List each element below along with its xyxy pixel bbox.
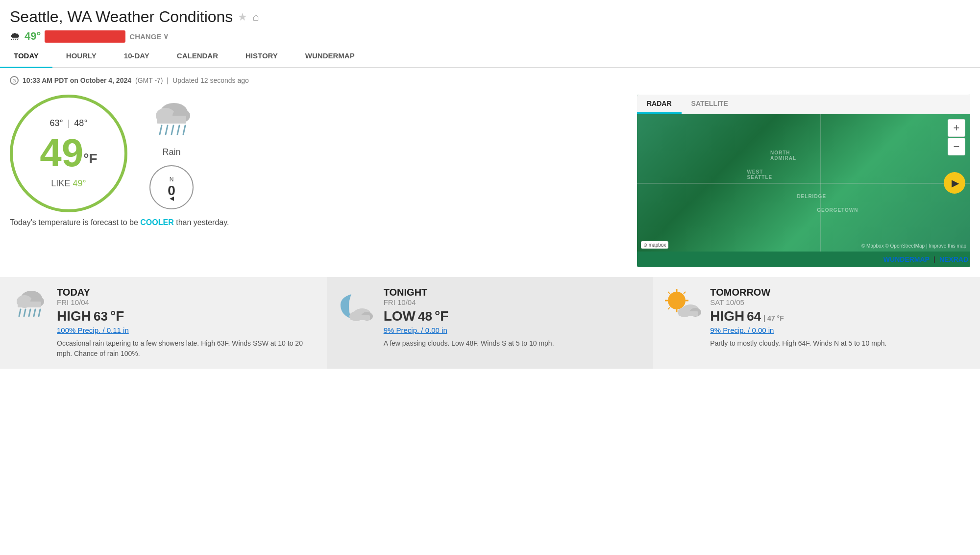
temp-circle: 63° | 48° 49°F LIKE 49° xyxy=(10,95,127,212)
card-tonight-precip[interactable]: 9% Precip. / 0.00 in xyxy=(384,326,644,334)
svg-line-14 xyxy=(24,309,25,316)
temp-low: 48° xyxy=(74,118,87,128)
svg-line-5 xyxy=(166,126,168,134)
tab-history[interactable]: HISTORY xyxy=(232,45,292,68)
header: Seattle, WA Weather Conditions ★ ⌂ 🌧 49°… xyxy=(0,0,980,43)
nav-tabs: TODAY HOURLY 10-DAY CALENDAR HISTORY WUN… xyxy=(0,45,980,68)
radar-map: NORTHADMIRAL WESTSEATTLE DELRIDGE GEORGE… xyxy=(637,114,970,252)
current-temp-value: 49 xyxy=(40,131,83,175)
tab-calendar[interactable]: CALENDAR xyxy=(163,45,232,68)
svg-line-7 xyxy=(177,126,179,134)
card-tonight-details: TONIGHT FRI 10/04 LOW 48 °F 9% Precip. /… xyxy=(384,287,644,349)
card-tomorrow: TOMORROW SAT 10/05 HIGH 64 | 47 °F 9% Pr… xyxy=(653,277,980,369)
home-icon[interactable]: ⌂ xyxy=(252,11,259,24)
star-icon[interactable]: ★ xyxy=(238,11,247,24)
svg-rect-21 xyxy=(350,315,370,320)
feels-like-value: 49° xyxy=(73,178,86,188)
nexrad-link[interactable]: NEXRAD xyxy=(939,255,968,263)
temp-divider: | xyxy=(68,118,70,128)
play-icon: ▶ xyxy=(952,177,959,189)
card-tomorrow-title: TOMORROW xyxy=(710,287,970,298)
radar-play-button[interactable]: ▶ xyxy=(944,172,965,194)
svg-line-4 xyxy=(160,126,162,134)
map-label-delridge: DELRIDGE xyxy=(797,194,826,199)
cooler-highlight: COOLER xyxy=(140,218,173,227)
radar-footer: WUNDERMAP | NEXRAD xyxy=(637,252,970,267)
separator: | xyxy=(167,76,169,84)
weather-left: 63° | 48° 49°F LIKE 49° xyxy=(10,95,627,267)
temp-circle-wrapper: 63° | 48° 49°F LIKE 49° xyxy=(10,95,127,212)
current-temp-unit: °F xyxy=(83,151,97,166)
svg-line-27 xyxy=(668,292,670,294)
card-tonight-date: FRI 10/04 xyxy=(384,298,644,306)
weather-right: RADAR SATELLITE NORTHADMIRAL WESTSEATTLE… xyxy=(637,95,970,267)
main-content: ⊙ 10:33 AM PDT on October 4, 2024 (GMT -… xyxy=(0,68,980,377)
forecast-cards: TODAY FRI 10/04 HIGH 63 °F 100% Precip. … xyxy=(0,277,980,369)
tab-radar[interactable]: RADAR xyxy=(637,95,682,114)
mapbox-logo: ⊙ mapbox xyxy=(641,241,668,249)
card-today-date: FRI 10/04 xyxy=(57,298,317,306)
mapbox-credit: © Mapbox © OpenStreetMap | Improve this … xyxy=(861,243,966,249)
wind-arrow-icon: ◂ xyxy=(170,193,174,203)
feels-like: LIKE 49° xyxy=(51,178,86,189)
current-temp-display: 49°F xyxy=(40,130,97,176)
card-tomorrow-inner: TOMORROW SAT 10/05 HIGH 64 | 47 °F 9% Pr… xyxy=(663,287,970,349)
svg-line-29 xyxy=(684,292,686,294)
location-row: 🌧 49° CHANGE ∨ xyxy=(10,30,970,43)
tab-today[interactable]: TODAY xyxy=(0,45,52,68)
map-zoom-controls: + − xyxy=(948,119,965,155)
svg-line-15 xyxy=(29,309,30,316)
zoom-out-button[interactable]: − xyxy=(948,138,965,155)
svg-rect-34 xyxy=(679,311,698,316)
card-tonight-inner: TONIGHT FRI 10/04 LOW 48 °F 9% Precip. /… xyxy=(337,287,644,349)
card-tomorrow-icon xyxy=(663,287,702,349)
card-today-temp: HIGH 63 °F xyxy=(57,308,317,324)
svg-line-16 xyxy=(34,309,35,316)
card-tonight: TONIGHT FRI 10/04 LOW 48 °F 9% Precip. /… xyxy=(327,277,654,369)
svg-rect-12 xyxy=(18,302,41,307)
tab-satellite[interactable]: SATELLITE xyxy=(682,95,738,114)
temp-high: 63° xyxy=(49,118,63,128)
forecast-text: Today's temperature is forecast to be CO… xyxy=(10,218,627,227)
weather-info: 63° | 48° 49°F LIKE 49° xyxy=(10,95,627,212)
change-location-button[interactable]: CHANGE ∨ xyxy=(129,32,169,41)
condition-label: Rain xyxy=(162,147,180,157)
wind-compass: N 0 ◂ xyxy=(149,165,194,209)
card-tonight-icon xyxy=(337,287,376,349)
card-tomorrow-desc: Partly to mostly cloudy. High 64F. Winds… xyxy=(710,338,970,349)
footer-divider: | xyxy=(933,255,935,263)
title-row: Seattle, WA Weather Conditions ★ ⌂ xyxy=(10,8,970,26)
svg-line-8 xyxy=(183,126,185,134)
wind-direction: N xyxy=(170,176,174,183)
zoom-in-button[interactable]: + xyxy=(948,119,965,137)
card-today-inner: TODAY FRI 10/04 HIGH 63 °F 100% Precip. … xyxy=(10,287,317,359)
update-row: ⊙ 10:33 AM PDT on October 4, 2024 (GMT -… xyxy=(10,76,970,85)
weather-small-icon: 🌧 xyxy=(10,30,21,43)
svg-line-17 xyxy=(39,309,40,316)
clock-icon: ⊙ xyxy=(10,76,19,85)
rain-cloud-icon xyxy=(147,98,196,139)
card-tomorrow-precip[interactable]: 9% Precip. / 0.00 in xyxy=(710,326,970,334)
tab-10day[interactable]: 10-DAY xyxy=(110,45,163,68)
tab-wundermap[interactable]: WUNDERMAP xyxy=(292,45,368,68)
card-today-icon xyxy=(10,287,49,359)
map-label-north-admiral: NORTHADMIRAL xyxy=(770,150,796,161)
radar-container: RADAR SATELLITE NORTHADMIRAL WESTSEATTLE… xyxy=(637,95,970,267)
card-today: TODAY FRI 10/04 HIGH 63 °F 100% Precip. … xyxy=(0,277,327,369)
tab-hourly[interactable]: HOURLY xyxy=(52,45,110,68)
temp-hi-lo: 63° | 48° xyxy=(49,118,87,128)
wundermap-link[interactable]: WUNDERMAP xyxy=(883,255,930,263)
location-redacted xyxy=(45,30,125,43)
header-temp: 49° xyxy=(24,30,41,43)
card-today-details: TODAY FRI 10/04 HIGH 63 °F 100% Precip. … xyxy=(57,287,317,359)
card-today-desc: Occasional rain tapering to a few shower… xyxy=(57,338,317,359)
card-today-precip[interactable]: 100% Precip. / 0.11 in xyxy=(57,326,317,334)
svg-rect-3 xyxy=(157,116,186,124)
map-label-georgetown: GEORGETOWN xyxy=(817,207,858,213)
card-tomorrow-temp: HIGH 64 | 47 °F xyxy=(710,308,970,324)
card-tonight-desc: A few passing clouds. Low 48F. Winds S a… xyxy=(384,338,644,349)
card-tonight-title: TONIGHT xyxy=(384,287,644,298)
map-label-west-seattle: WESTSEATTLE xyxy=(747,169,772,180)
svg-line-30 xyxy=(668,307,670,309)
card-tomorrow-date: SAT 10/05 xyxy=(710,298,970,306)
